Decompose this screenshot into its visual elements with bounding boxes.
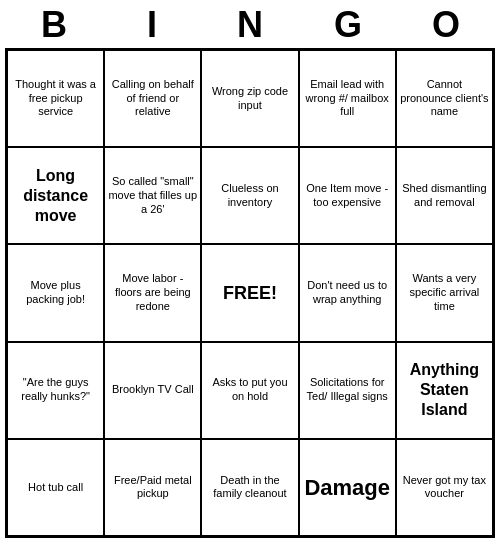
title-letter: N <box>205 4 295 46</box>
bingo-cell: Calling on behalf of friend or relative <box>104 50 201 147</box>
bingo-cell: Hot tub call <box>7 439 104 536</box>
bingo-cell: Clueless on inventory <box>201 147 298 244</box>
bingo-cell: Shed dismantling and removal <box>396 147 493 244</box>
bingo-cell: Damage <box>299 439 396 536</box>
bingo-cell: Move plus packing job! <box>7 244 104 341</box>
bingo-cell: Free/Paid metal pickup <box>104 439 201 536</box>
title-letter: I <box>107 4 197 46</box>
bingo-cell: Long distance move <box>7 147 104 244</box>
bingo-cell: One Item move - too expensive <box>299 147 396 244</box>
title-letter: B <box>9 4 99 46</box>
bingo-cell: Asks to put you on hold <box>201 342 298 439</box>
bingo-cell: "Are the guys really hunks?" <box>7 342 104 439</box>
bingo-cell: Death in the family cleanout <box>201 439 298 536</box>
bingo-cell: Don't need us to wrap anything <box>299 244 396 341</box>
title-letter: G <box>303 4 393 46</box>
bingo-cell: Wants a very specific arrival time <box>396 244 493 341</box>
bingo-cell: Wrong zip code input <box>201 50 298 147</box>
bingo-grid: Thought it was a free pickup serviceCall… <box>5 48 495 538</box>
bingo-cell: Move labor - floors are being redone <box>104 244 201 341</box>
title-letter: O <box>401 4 491 46</box>
bingo-cell: Cannot pronounce client's name <box>396 50 493 147</box>
bingo-cell: FREE! <box>201 244 298 341</box>
bingo-title: BINGO <box>5 0 495 48</box>
bingo-cell: Solicitations for Ted/ Illegal signs <box>299 342 396 439</box>
bingo-cell: So called "small" move that filles up a … <box>104 147 201 244</box>
bingo-cell: Anything Staten Island <box>396 342 493 439</box>
bingo-cell: Email lead with wrong #/ mailbox full <box>299 50 396 147</box>
bingo-cell: Brooklyn TV Call <box>104 342 201 439</box>
bingo-cell: Thought it was a free pickup service <box>7 50 104 147</box>
bingo-cell: Never got my tax voucher <box>396 439 493 536</box>
